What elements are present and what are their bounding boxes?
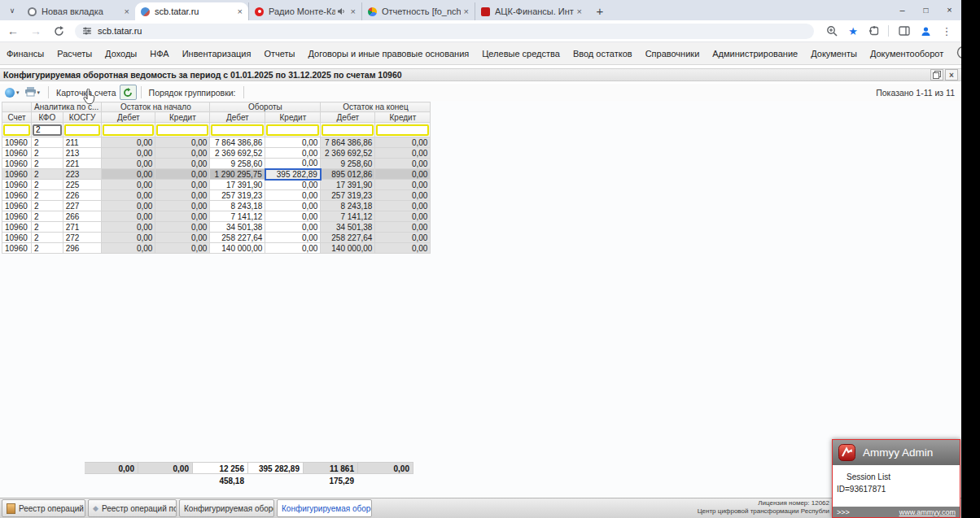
refresh-button[interactable] [120, 85, 137, 100]
column-header[interactable]: Кредит [155, 112, 210, 123]
table-row[interactable]: 1096022270,000,008 243,180,008 243,180,0… [2, 201, 431, 211]
grid-cell[interactable]: 227 [63, 201, 102, 211]
filter-input-8[interactable] [376, 124, 429, 136]
table-row[interactable]: 1096022210,000,009 258,600,009 258,600,0… [2, 159, 431, 169]
grid-cell[interactable]: 395 282,89 [265, 169, 321, 180]
grid-cell[interactable]: 0,00 [375, 243, 431, 254]
grid-cell[interactable]: 0,00 [155, 211, 210, 222]
grid-cell[interactable]: 7 864 386,86 [210, 137, 265, 148]
grid-cell[interactable]: 0,00 [375, 222, 431, 233]
filter-input-5[interactable] [211, 124, 264, 136]
grid-cell[interactable]: 0,00 [375, 201, 431, 211]
filter-input-4[interactable] [156, 124, 208, 136]
print-button[interactable]: ▾ [24, 86, 42, 99]
grid-cell[interactable]: 0,00 [375, 233, 431, 243]
tab-close-icon[interactable]: × [125, 7, 129, 15]
task-button[interactable]: Реестр операций с гото... [2, 499, 85, 517]
grid-cell[interactable]: 10960 [2, 190, 32, 201]
menu-item[interactable]: Справочники [645, 49, 700, 59]
task-button[interactable]: Конфигурируемая оборотная ... [277, 499, 372, 517]
grid-cell[interactable]: 0,00 [375, 159, 431, 169]
grid-cell[interactable]: 257 319,23 [210, 190, 265, 201]
grid-cell[interactable]: 0,00 [155, 180, 210, 190]
grid-cell[interactable]: 2 [32, 190, 63, 201]
grid-cell[interactable]: 2 [32, 159, 63, 169]
grid-cell[interactable]: 7 141,12 [210, 211, 265, 222]
table-row[interactable]: 1096022960,000,00140 000,000,00140 000,0… [2, 243, 431, 254]
tab-audio-icon[interactable] [337, 7, 346, 15]
grid-cell[interactable]: 258 227,64 [210, 233, 265, 243]
clock-icon[interactable] [956, 46, 961, 61]
side-panel-icon[interactable] [895, 21, 914, 41]
grid-cell[interactable]: 0,00 [102, 211, 155, 222]
grid-cell[interactable]: 2 [32, 222, 63, 233]
grid-cell[interactable]: 223 [63, 169, 102, 180]
grid-cell[interactable]: 10960 [2, 201, 32, 211]
extensions-icon[interactable] [864, 21, 884, 41]
tab-close-icon[interactable]: × [577, 7, 582, 15]
menu-item[interactable]: Ввод остатков [573, 49, 632, 59]
grid-cell[interactable]: 226 [63, 190, 102, 201]
grid-cell[interactable]: 225 [63, 180, 102, 190]
grid-cell[interactable]: 2 369 692,52 [321, 148, 375, 159]
column-header[interactable]: Дебет [321, 112, 375, 123]
grid-cell[interactable]: 0,00 [375, 169, 431, 180]
grid-cell[interactable]: 2 [32, 201, 63, 211]
url-field[interactable]: scb.tatar.ru [75, 24, 814, 39]
column-header[interactable]: КОСГУ [63, 112, 102, 123]
column-header[interactable]: Счет [2, 112, 32, 123]
grid-cell[interactable]: 0,00 [102, 169, 155, 180]
grid-cell[interactable]: 0,00 [265, 243, 321, 254]
grid-cell[interactable]: 2 [32, 137, 63, 148]
ammyy-title-bar[interactable]: Ammyy Admin [833, 440, 960, 465]
grid-cell[interactable]: 0,00 [265, 148, 321, 159]
table-row[interactable]: 1096022110,000,007 864 386,860,007 864 3… [2, 137, 431, 148]
grid-cell[interactable]: 0,00 [155, 222, 210, 233]
back-icon[interactable]: ← [3, 21, 23, 41]
browser-tab[interactable]: Радио Монте-Карло — слу× [248, 2, 361, 20]
menu-item[interactable]: Инвентаризация [182, 49, 252, 59]
grid-cell[interactable]: 10960 [2, 243, 32, 254]
grid-cell[interactable]: 0,00 [265, 190, 321, 201]
profile-avatar[interactable] [916, 21, 935, 41]
table-row[interactable]: 1096022660,000,007 141,120,007 141,120,0… [2, 211, 431, 222]
grid-cell[interactable]: 0,00 [155, 159, 210, 169]
grid-cell[interactable]: 0,00 [102, 222, 155, 233]
maximize-button[interactable]: □ [914, 0, 938, 20]
grid-cell[interactable]: 0,00 [375, 190, 431, 201]
grid-cell[interactable]: 0,00 [102, 137, 155, 148]
grid-cell[interactable]: 2 [32, 243, 63, 254]
table-row[interactable]: 1096022260,000,00257 319,230,00257 319,2… [2, 190, 431, 201]
menu-item[interactable]: Документы [811, 49, 857, 59]
tab-close-icon[interactable]: × [351, 7, 356, 15]
tab-close-icon[interactable]: × [464, 7, 469, 15]
grid-cell[interactable]: 0,00 [102, 159, 155, 169]
minimize-button[interactable]: – [890, 0, 914, 20]
menu-item[interactable]: Отчеты [264, 49, 295, 59]
grid-cell[interactable]: 9 258,60 [210, 159, 265, 169]
browser-tab[interactable]: АЦК-Финансы. Интернет-кли× [475, 2, 588, 20]
table-row[interactable]: 1096022130,000,002 369 692,520,002 369 6… [2, 148, 431, 159]
grid-cell[interactable]: 2 369 692,52 [210, 148, 265, 159]
filter-input-2[interactable] [64, 124, 101, 136]
grid-cell[interactable]: 211 [63, 137, 102, 148]
ammyy-website-link[interactable]: www.ammyy.com [899, 508, 956, 516]
grid-cell[interactable]: 0,00 [375, 148, 431, 159]
grid-cell[interactable]: 10960 [2, 159, 32, 169]
grid-cell[interactable]: 0,00 [265, 201, 321, 211]
grid-cell[interactable]: 10960 [2, 169, 32, 180]
grid-cell[interactable]: 272 [63, 233, 102, 243]
grid-cell[interactable]: 0,00 [265, 180, 321, 190]
grid-cell[interactable]: 0,00 [265, 233, 321, 243]
grid-cell[interactable]: 296 [63, 243, 102, 254]
menu-item[interactable]: Администрирование [712, 49, 798, 59]
column-header[interactable]: Кредит [375, 112, 431, 123]
browser-menu-icon[interactable]: ⋮ [937, 21, 956, 41]
close-window-button[interactable]: × [938, 0, 961, 20]
grid-cell[interactable]: 7 141,12 [321, 211, 375, 222]
grid-cell[interactable]: 17 391,90 [210, 180, 265, 190]
bookmark-star-icon[interactable]: ★ [843, 21, 863, 41]
grid-cell[interactable]: 0,00 [155, 243, 210, 254]
grid-cell[interactable]: 266 [63, 211, 102, 222]
column-header[interactable]: Кредит [265, 112, 321, 123]
